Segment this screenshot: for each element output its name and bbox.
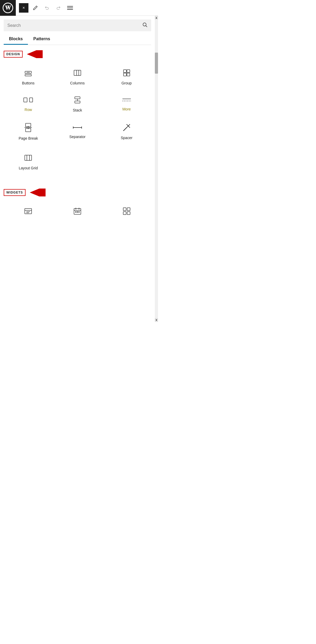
block-stack[interactable]: Stack (53, 90, 102, 118)
svg-line-4 (146, 26, 147, 27)
block-buttons[interactable]: Buttons (4, 63, 53, 90)
design-arrow (27, 50, 43, 58)
svg-rect-33 (25, 155, 32, 160)
more-icon (122, 97, 131, 104)
svg-rect-46 (78, 211, 80, 212)
buttons-label: Buttons (22, 81, 34, 85)
redo-icon[interactable] (54, 3, 63, 13)
tab-patterns[interactable]: Patterns (28, 34, 55, 45)
search-bar (4, 19, 151, 31)
page-break-label: Page Break (19, 136, 38, 140)
tabs: Blocks Patterns (4, 34, 151, 45)
scrollbar-arrow-down[interactable]: ▼ (155, 318, 158, 322)
row-icon (23, 96, 33, 105)
search-icon[interactable] (142, 22, 147, 29)
svg-rect-7 (25, 74, 31, 76)
page-break-icon (24, 123, 32, 134)
scrollbar-arrow-up[interactable]: ▲ (155, 16, 158, 19)
svg-rect-45 (77, 211, 78, 212)
widgets-label: WIDGETS (4, 189, 26, 196)
design-section-header: DESIGN (4, 50, 151, 58)
icon-grid-icon (122, 207, 131, 217)
block-page-break[interactable]: Page Break (4, 118, 53, 146)
block-separator[interactable]: Separator (53, 118, 102, 146)
stack-label: Stack (73, 108, 82, 112)
toolbar: 𝐖 × (0, 0, 158, 16)
spacer-icon (122, 123, 131, 133)
menu-icon[interactable] (65, 3, 75, 13)
block-spacer[interactable]: Spacer (102, 118, 151, 146)
design-label: DESIGN (4, 51, 23, 58)
design-blocks-grid: Buttons Columns (0, 61, 155, 148)
separator-label: Separator (69, 135, 85, 139)
scrollbar-track[interactable]: ▲ ▼ (155, 16, 158, 322)
block-columns[interactable]: Columns (53, 63, 102, 90)
group-label: Group (121, 81, 132, 85)
wp-logo[interactable]: 𝐖 (0, 0, 16, 16)
scrollbar-thumb[interactable] (155, 53, 158, 74)
svg-line-32 (124, 124, 130, 131)
columns-label: Columns (70, 81, 85, 85)
widgets-arrow (30, 189, 46, 196)
spacer-label: Spacer (121, 136, 132, 140)
layout-grid-label: Layout Grid (19, 166, 38, 170)
more-label: More (122, 107, 131, 111)
search-input[interactable] (7, 23, 140, 28)
undo-icon[interactable] (42, 3, 52, 13)
svg-rect-8 (74, 70, 81, 75)
svg-rect-48 (127, 208, 130, 211)
group-icon (122, 69, 131, 78)
svg-marker-26 (27, 128, 29, 129)
buttons-icon (24, 69, 32, 78)
svg-rect-14 (127, 73, 130, 76)
svg-rect-16 (29, 98, 33, 102)
svg-rect-36 (25, 209, 32, 214)
tab-blocks[interactable]: Blocks (4, 34, 28, 45)
svg-rect-47 (123, 208, 126, 211)
svg-marker-25 (27, 126, 29, 127)
archive-icon (24, 207, 32, 217)
block-calendar[interactable] (53, 202, 102, 222)
columns-icon (73, 69, 82, 78)
block-icon-grid[interactable] (102, 202, 151, 222)
separator-icon (73, 124, 82, 132)
svg-rect-12 (127, 70, 130, 73)
layout-grid-icon (24, 154, 32, 163)
svg-rect-13 (124, 73, 126, 76)
calendar-icon (73, 207, 82, 217)
block-row[interactable]: Row (4, 90, 53, 118)
widgets-blocks-grid (0, 199, 155, 225)
svg-rect-17 (75, 97, 80, 99)
panel-wrapper: Blocks Patterns DESIGN B (0, 16, 158, 322)
block-more[interactable]: More (102, 90, 151, 118)
close-button[interactable]: × (19, 3, 28, 13)
wordpress-icon: 𝐖 (3, 3, 13, 13)
svg-rect-18 (75, 101, 80, 103)
panel-content: Blocks Patterns DESIGN B (0, 16, 155, 322)
widgets-section-header: WIDGETS (4, 189, 151, 196)
block-archive[interactable] (4, 202, 53, 222)
svg-rect-15 (24, 98, 27, 102)
block-layout-grid[interactable]: Layout Grid (4, 148, 53, 175)
row-label: Row (24, 108, 32, 112)
svg-rect-44 (75, 211, 76, 212)
svg-rect-50 (127, 212, 130, 215)
block-group[interactable]: Group (102, 63, 151, 90)
layout-grid-row: Layout Grid (0, 148, 155, 175)
stack-icon (73, 96, 82, 105)
svg-rect-11 (124, 70, 126, 73)
edit-icon[interactable] (31, 3, 40, 13)
svg-rect-49 (123, 212, 126, 215)
